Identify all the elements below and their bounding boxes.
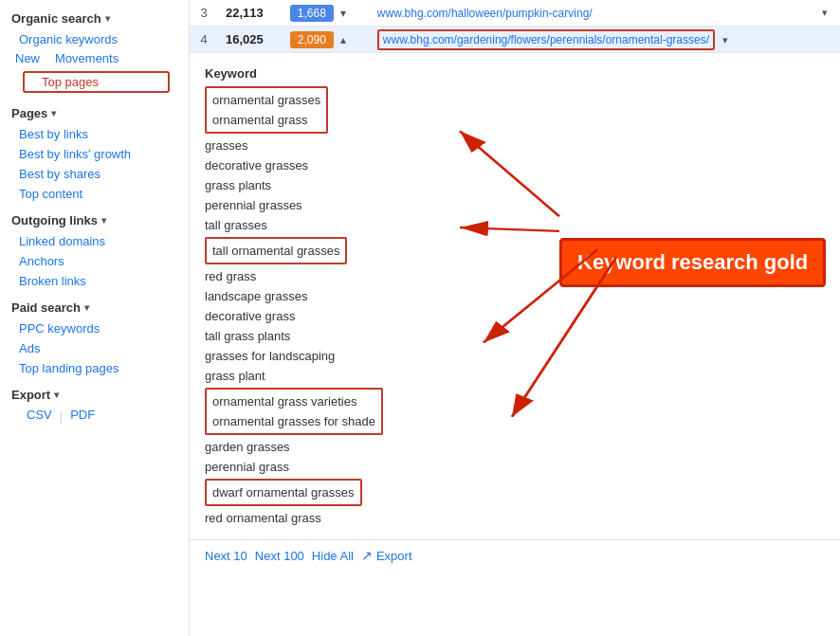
table-row: 3 22,113 1,668 ▾ www.bhg.com/halloween/p… (190, 0, 840, 27)
pages-section[interactable]: Pages ▾ (0, 102, 189, 124)
export-icon: ↗ (361, 548, 373, 563)
top-pages-wrapper: Top pages (0, 67, 189, 97)
table-row-highlighted: 4 16,025 2,090 ▴ www.bhg.com/gardening/f… (190, 27, 840, 53)
keyword-header: Keyword (205, 61, 825, 84)
sidebar-item-ads[interactable]: Ads (0, 338, 189, 358)
annotation-label: Keyword research gold (577, 250, 808, 274)
keywords-cell: 2,090 ▴ (283, 27, 370, 53)
sidebar-item-broken-links[interactable]: Broken links (0, 271, 189, 291)
traffic-cell: 22,113 (218, 0, 283, 27)
keyword-group-1: ornamental grasses ornamental grass (205, 86, 328, 134)
rank-cell: 4 (190, 27, 218, 53)
keyword-row: ornamental grasses for shade (212, 411, 375, 431)
paid-search-arrow: ▾ (84, 302, 89, 313)
sidebar-item-best-by-links[interactable]: Best by links (0, 124, 189, 144)
pages-arrow: ▾ (51, 108, 56, 118)
pages-section-label: Pages (11, 106, 47, 120)
keywords-badge-orange[interactable]: 2,090 (290, 31, 334, 48)
annotation-box: Keyword research gold (559, 238, 826, 287)
keyword-row: grasses for landscaping (205, 346, 825, 366)
sidebar-item-anchors[interactable]: Anchors (0, 251, 189, 271)
export-section[interactable]: Export ▾ (0, 384, 189, 406)
keyword-section-wrapper: Keyword ornamental grasses ornamental gr… (190, 53, 840, 536)
outgoing-links-label: Outgoing links (11, 213, 98, 227)
keyword-row: landscape grasses (205, 286, 825, 306)
paid-search-label: Paid search (11, 300, 81, 315)
keyword-row: grass plants (205, 175, 825, 195)
keyword-row: tall ornamental grasses (212, 241, 339, 261)
paid-search-section[interactable]: Paid search ▾ (0, 297, 189, 318)
sidebar-item-csv[interactable]: CSV (19, 406, 60, 427)
sidebar-item-movements[interactable]: Movements (47, 49, 126, 67)
highlighted-url: www.bhg.com/gardening/flowers/perennials… (377, 29, 715, 50)
top-pages-table: 3 22,113 1,668 ▾ www.bhg.com/halloween/p… (190, 0, 840, 53)
bottom-actions: Next 10 Next 100 Hide All ↗ Export (190, 539, 840, 571)
dropdown-arrow[interactable]: ▾ (814, 0, 840, 27)
organic-search-section[interactable]: Organic search ▾ (0, 8, 189, 29)
sidebar-item-pdf[interactable]: PDF (63, 406, 102, 427)
sidebar-item-ppc-keywords[interactable]: PPC keywords (0, 318, 189, 338)
keyword-row: decorative grasses (205, 155, 825, 175)
sidebar-item-organic-keywords[interactable]: Organic keywords (0, 29, 189, 49)
next-100-link[interactable]: Next 100 (255, 549, 304, 563)
export-links: CSV | PDF (0, 406, 189, 427)
badge-arrow: ▾ (340, 7, 346, 20)
keyword-group-4: dwarf ornamental grasses (205, 479, 362, 506)
keyword-row: red ornamental grass (205, 508, 825, 528)
sidebar-item-top-pages[interactable]: Top pages (23, 71, 170, 93)
keyword-row: perennial grasses (205, 195, 825, 215)
sidebar: Organic search ▾ Organic keywords New Mo… (0, 0, 190, 636)
keyword-row: garden grasses (205, 437, 825, 457)
keyword-row: ornamental grass varieties (212, 391, 375, 411)
hide-all-link[interactable]: Hide All (312, 549, 354, 563)
keyword-row: ornamental grasses (212, 90, 320, 110)
url-cell[interactable]: www.bhg.com/halloween/pumpkin-carving/ (370, 0, 814, 27)
keyword-row: perennial grass (205, 457, 825, 477)
traffic-cell: 16,025 (218, 27, 283, 53)
sidebar-item-best-by-shares[interactable]: Best by shares (0, 164, 189, 184)
keyword-row: grasses (205, 136, 825, 155)
keyword-section: Keyword ornamental grasses ornamental gr… (190, 53, 840, 536)
keyword-row: decorative grass (205, 306, 825, 326)
keyword-row: grass plant (205, 366, 825, 386)
keywords-cell: 1,668 ▾ (283, 0, 370, 27)
url-dropdown-arrow[interactable]: ▾ (722, 34, 728, 45)
url-cell-highlighted[interactable]: www.bhg.com/gardening/flowers/perennials… (370, 27, 814, 53)
export-button[interactable]: ↗ Export (361, 548, 412, 563)
outgoing-links-arrow: ▾ (101, 215, 106, 226)
organic-search-label: Organic search (11, 11, 101, 26)
rank-cell: 3 (190, 0, 218, 27)
sidebar-item-linked-domains[interactable]: Linked domains (0, 231, 189, 251)
keyword-group-2: tall ornamental grasses (205, 237, 347, 264)
sidebar-item-new[interactable]: New (8, 49, 47, 67)
keyword-row: ornamental grass (212, 110, 320, 130)
sidebar-item-top-content[interactable]: Top content (0, 184, 189, 204)
main-content: 3 22,113 1,668 ▾ www.bhg.com/halloween/p… (190, 0, 840, 636)
organic-keywords-sublinks: New Movements (0, 49, 189, 67)
export-section-label: Export (11, 388, 50, 402)
keyword-row: dwarf ornamental grasses (212, 482, 355, 502)
sidebar-item-best-by-links-growth[interactable]: Best by links' growth (0, 144, 189, 164)
keywords-badge[interactable]: 1,668 (290, 5, 334, 22)
outgoing-links-section[interactable]: Outgoing links ▾ (0, 209, 189, 231)
keyword-row: tall grasses (205, 215, 825, 235)
next-10-link[interactable]: Next 10 (205, 549, 247, 563)
export-arrow: ▾ (54, 390, 59, 400)
export-label: Export (376, 549, 412, 563)
keyword-row: tall grass plants (205, 326, 825, 346)
sidebar-item-top-landing-pages[interactable]: Top landing pages (0, 358, 189, 378)
badge-arrow: ▴ (340, 33, 346, 46)
keyword-group-3: ornamental grass varieties ornamental gr… (205, 388, 383, 435)
organic-search-arrow: ▾ (105, 13, 110, 24)
